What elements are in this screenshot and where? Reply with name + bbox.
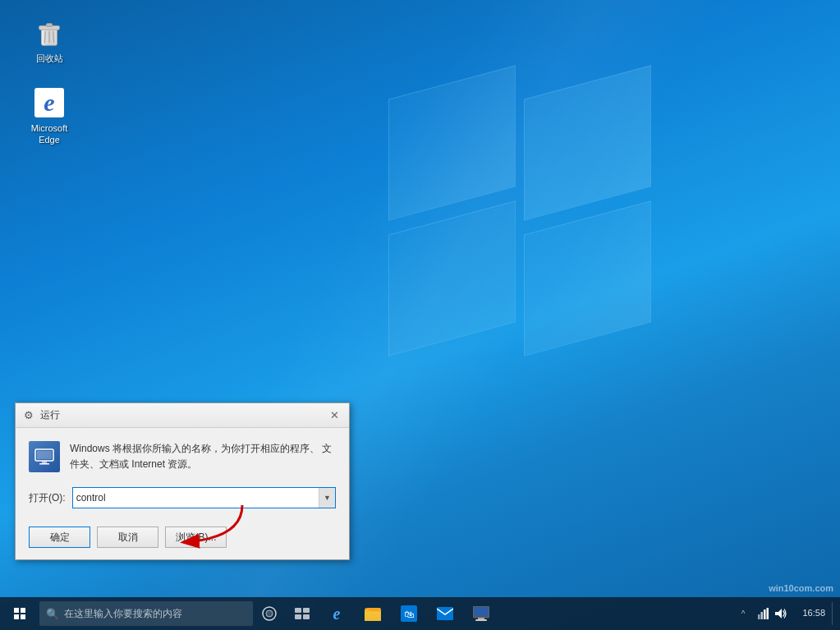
tray-icons	[748, 605, 796, 622]
dialog-close-button[interactable]: ✕	[326, 407, 342, 424]
svg-rect-22	[437, 607, 453, 620]
svg-rect-16	[295, 614, 301, 619]
clock-time: 16:58	[802, 607, 825, 619]
dialog-ok-button[interactable]: 确定	[29, 527, 90, 548]
svg-rect-14	[295, 608, 301, 613]
taskbar-search-placeholder: 在这里输入你要搜索的内容	[64, 607, 182, 621]
svg-rect-26	[475, 619, 487, 621]
svg-rect-28	[761, 612, 764, 619]
system-tray: ^	[738, 597, 840, 630]
edge-image: e	[33, 86, 66, 119]
recycle-bin-label: 回收站	[36, 53, 63, 64]
svg-rect-10	[39, 463, 49, 465]
svg-rect-30	[767, 608, 769, 619]
dialog-cancel-button[interactable]: 取消	[97, 527, 158, 548]
svg-rect-9	[42, 461, 47, 463]
svg-line-6	[53, 31, 54, 43]
taskbar: 🔍 在这里输入你要搜索的内容 e	[0, 597, 840, 630]
dialog-dropdown-button[interactable]: ▼	[319, 488, 335, 508]
svg-rect-8	[37, 451, 52, 459]
tray-volume-icon[interactable]	[773, 605, 789, 622]
svg-text:🛍: 🛍	[404, 609, 414, 620]
svg-rect-29	[764, 609, 766, 619]
tray-network-icon[interactable]	[755, 605, 771, 622]
cortana-button[interactable]	[253, 597, 286, 630]
dialog-open-label: 打开(O):	[29, 491, 66, 505]
dialog-body: Windows 将根据你所输入的名称，为你打开相应的程序、 文件夹、文档或 In…	[16, 428, 349, 479]
dialog-title-icon: ⚙	[22, 409, 35, 422]
taskbar-apps: e	[319, 597, 738, 630]
dialog-description: Windows 将根据你所输入的名称，为你打开相应的程序、 文件夹、文档或 In…	[70, 441, 336, 472]
edge-label-line1: Microsoft	[31, 122, 68, 134]
taskbar-settings-app[interactable]	[463, 597, 499, 630]
svg-rect-3	[46, 24, 53, 27]
start-button[interactable]	[0, 597, 39, 630]
show-desktop-button[interactable]	[832, 602, 837, 625]
dialog-title-text: 运行	[40, 408, 326, 422]
taskbar-explorer-app[interactable]	[355, 597, 391, 630]
taskbar-edge-app[interactable]: e	[319, 597, 355, 630]
svg-rect-17	[303, 614, 310, 619]
svg-rect-25	[478, 618, 484, 619]
taskbar-search-bar[interactable]: 🔍 在这里输入你要搜索的内容	[39, 601, 253, 626]
svg-line-4	[44, 31, 45, 43]
dialog-run-icon	[29, 441, 60, 472]
recycle-bin-icon[interactable]: 回收站	[16, 12, 82, 68]
svg-rect-15	[303, 608, 310, 613]
taskbar-search-icon: 🔍	[46, 608, 59, 620]
watermark: win10com.com	[769, 583, 833, 593]
dialog-titlebar: ⚙ 运行 ✕	[16, 403, 349, 428]
svg-rect-27	[758, 614, 760, 619]
windows-logo-decoration	[388, 82, 676, 394]
taskbar-store-app[interactable]: 🛍	[391, 597, 427, 630]
taskbar-clock[interactable]: 16:58	[796, 597, 832, 630]
svg-point-13	[266, 610, 273, 617]
tray-expand-button[interactable]: ^	[738, 609, 749, 619]
svg-rect-24	[474, 607, 489, 616]
svg-marker-31	[775, 609, 782, 619]
edge-letter: e	[44, 89, 54, 117]
start-icon	[14, 608, 25, 619]
taskbar-mail-app[interactable]	[427, 597, 463, 630]
recycle-bin-image	[33, 16, 66, 49]
task-view-button[interactable]	[286, 597, 319, 630]
edge-icon[interactable]: e Microsoft Edge	[16, 82, 82, 150]
red-arrow	[152, 501, 250, 550]
edge-label-line2: Edge	[39, 134, 60, 145]
desktop: 回收站 e Microsoft Edge ⚙ 运行 ✕	[0, 0, 840, 630]
